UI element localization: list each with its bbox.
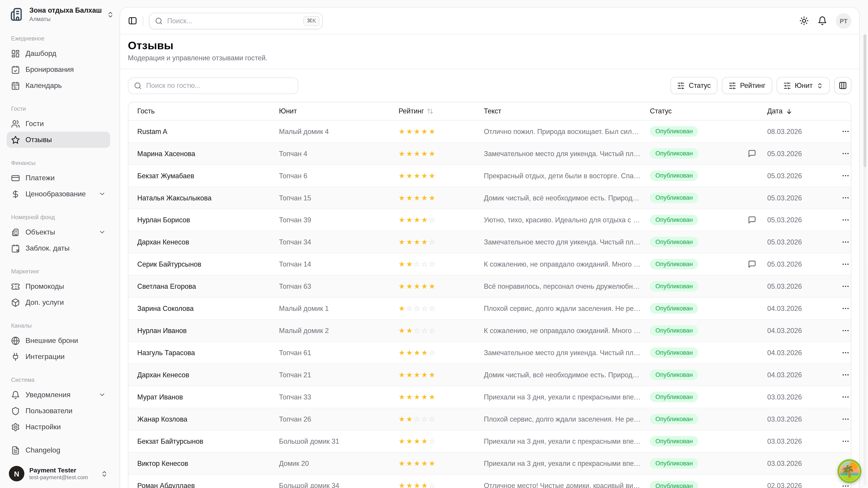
rating-cell: ★★★★★ xyxy=(390,459,475,467)
topbar: ⌘K PT xyxy=(120,8,859,34)
org-switcher[interactable]: Зона отдыха Балхаш Алматы xyxy=(6,5,110,23)
sliders-icon xyxy=(783,82,791,89)
sidebar-item-globe[interactable]: Внешние брони xyxy=(6,332,110,349)
status-badge: Опубликован xyxy=(650,215,698,225)
sidebar-item-shield[interactable]: Пользователи xyxy=(6,403,110,419)
user-menu[interactable]: N Payment Tester test-payment@test.com xyxy=(6,462,110,481)
row-actions-button[interactable] xyxy=(839,302,851,315)
table-row[interactable]: Роман Абдуллаев Большой домик 34 ★★★★☆ О… xyxy=(128,475,851,488)
sidebar-item-bell[interactable]: Уведомления xyxy=(6,387,110,403)
unit-name: Большой домик 34 xyxy=(270,482,390,488)
sidebar-nav: Ежедневное Дашборд Бронирования Календар… xyxy=(6,23,110,435)
sidebar-item-dashboard[interactable]: Дашборд xyxy=(6,45,110,61)
sidebar-item-building[interactable]: Объекты xyxy=(6,224,110,240)
section-label: Финансы xyxy=(6,160,110,166)
sidebar-item-plug[interactable]: Интеграции xyxy=(6,349,110,365)
sidebar-item-label: Платежи xyxy=(26,174,55,182)
row-actions-button[interactable] xyxy=(839,236,851,248)
column-visibility-button[interactable] xyxy=(834,77,851,94)
reviews-table: Гость Юнит Рейтинг Текст Статус Дата xyxy=(128,102,851,488)
package-icon xyxy=(11,298,20,307)
row-actions-button[interactable] xyxy=(839,324,851,337)
row-actions-button[interactable] xyxy=(839,435,851,448)
sidebar-item-package[interactable]: Доп. услуги xyxy=(6,294,110,311)
table-row[interactable]: Светлана Егорова Топчан 63 ★★★★★ Всё пон… xyxy=(128,275,851,298)
sidebar-item-calendar-check[interactable]: Бронирования xyxy=(6,61,110,77)
review-date: 04.03.2026 xyxy=(758,327,830,334)
global-search-input[interactable] xyxy=(167,17,299,25)
notifications-button[interactable] xyxy=(817,16,827,26)
table-row[interactable]: Зарина Соколова Малый домик 1 ★☆☆☆☆ Плох… xyxy=(128,298,851,320)
sidebar-item-star[interactable]: Отзывы xyxy=(6,132,110,148)
rating-stars: ★★★★☆ xyxy=(399,482,436,488)
sidebar-item-credit-card[interactable]: Платежи xyxy=(6,170,110,186)
sidebar-item-users[interactable]: Гости xyxy=(6,116,110,132)
row-actions-button[interactable] xyxy=(839,280,851,293)
sidebar-section: Гости Гости Отзывы xyxy=(6,105,110,148)
table-row[interactable]: Дархан Кенесов Топчан 21 ★★★★★ Домик чис… xyxy=(128,364,851,386)
sidebar-item-dollar[interactable]: Ценообразование xyxy=(6,186,110,202)
actions-cell xyxy=(830,169,851,182)
search-shortcut-kbd: ⌘K xyxy=(304,16,319,26)
sidebar-item-calendar[interactable]: Календарь xyxy=(6,77,110,94)
table-row[interactable]: Наталья Жаксылыкова Топчан 15 ★★★★★ Доми… xyxy=(128,187,851,209)
app-window: Зона отдыха Балхаш Алматы Ежедневное Даш… xyxy=(0,0,868,488)
filter-button-2[interactable]: Юнит xyxy=(776,77,830,94)
status-badge: Опубликован xyxy=(650,170,698,181)
guest-name: Серик Байтурсынов xyxy=(128,260,270,268)
rating-cell: ★★★★☆ xyxy=(390,482,475,488)
table-row[interactable]: Виктор Кенесов Домик 20 ★★★★★ Приехали н… xyxy=(128,453,851,475)
status-cell: Опубликован xyxy=(641,281,735,292)
guest-search-input[interactable] xyxy=(146,82,292,89)
unit-name: Топчан 39 xyxy=(270,216,390,224)
row-actions-button[interactable] xyxy=(839,391,851,403)
table-row[interactable]: Дархан Кенесов Топчан 34 ★★★★☆ Замечател… xyxy=(128,231,851,254)
row-actions-button[interactable] xyxy=(839,125,851,138)
column-header-date[interactable]: Дата xyxy=(758,107,830,115)
column-header-guest[interactable]: Гость xyxy=(128,107,270,115)
calendar-check-icon xyxy=(11,65,20,74)
theme-toggle-button[interactable] xyxy=(799,16,809,26)
guest-search[interactable] xyxy=(128,77,298,94)
table-row[interactable]: Мурат Иванов Топчан 33 ★★★★★ Приехали на… xyxy=(128,386,851,408)
guest-name: Зарина Соколова xyxy=(128,304,270,312)
row-actions-button[interactable] xyxy=(839,346,851,359)
row-actions-button[interactable] xyxy=(839,258,851,270)
table-row[interactable]: Жанар Козлова Топчан 26 ★★☆☆☆ Плохой сер… xyxy=(128,408,851,430)
rating-cell: ★★☆☆☆ xyxy=(390,415,475,423)
status-cell: Опубликован xyxy=(641,259,735,269)
sidebar-item-ticket[interactable]: Промокоды xyxy=(6,278,110,294)
table-row[interactable]: Нурлан Иванов Малый домик 2 ★★☆☆☆ К сожа… xyxy=(128,320,851,342)
global-search[interactable]: ⌘K xyxy=(149,12,323,29)
column-header-unit[interactable]: Юнит xyxy=(270,107,390,115)
table-row[interactable]: Марина Хасенова Топчан 4 ★★★★★ Замечател… xyxy=(128,143,851,165)
filter-button-0[interactable]: Статус xyxy=(671,77,717,94)
row-actions-button[interactable] xyxy=(839,169,851,182)
column-header-status[interactable]: Статус xyxy=(641,107,735,115)
sidebar-item-gear[interactable]: Настройки xyxy=(6,419,110,435)
row-actions-button[interactable] xyxy=(839,368,851,381)
sidebar-item-changelog[interactable]: Changelog xyxy=(6,442,110,458)
column-header-text[interactable]: Текст xyxy=(475,107,641,115)
toolbar: Статус Рейтинг Юнит xyxy=(120,69,859,102)
table-row[interactable]: Нурлан Борисов Топчан 39 ★★★★☆ Уютно, ти… xyxy=(128,209,851,231)
column-header-rating[interactable]: Рейтинг xyxy=(390,107,475,115)
scrollbar-thumb[interactable] xyxy=(864,34,866,167)
filter-button-1[interactable]: Рейтинг xyxy=(722,77,772,94)
table-row[interactable]: Бекзат Байтурсынов Большой домик 31 ★★★★… xyxy=(128,430,851,453)
resort-floating-badge[interactable]: 🌴 xyxy=(837,459,861,483)
window-scrollbar[interactable] xyxy=(864,34,866,485)
guest-name: Нурлан Иванов xyxy=(128,327,270,334)
table-row[interactable]: Rustam A Малый домик 4 ★★★★★ Отлично пож… xyxy=(128,121,851,143)
table-row[interactable]: Серик Байтурсынов Топчан 14 ★★☆☆☆ К сожа… xyxy=(128,254,851,275)
table-row[interactable]: Назгуль Тарасова Топчан 61 ★★★★☆ Замечат… xyxy=(128,342,851,364)
row-actions-button[interactable] xyxy=(839,413,851,425)
row-actions-button[interactable] xyxy=(839,191,851,204)
table-row[interactable]: Бекзат Жумабаев Топчан 6 ★★★★★ Прекрасны… xyxy=(128,165,851,187)
row-actions-button[interactable] xyxy=(839,214,851,226)
row-actions-button[interactable] xyxy=(839,147,851,160)
account-avatar[interactable]: PT xyxy=(836,13,851,29)
table-body: Rustam A Малый домик 4 ★★★★★ Отлично пож… xyxy=(128,121,851,488)
sidebar-item-calendar-x[interactable]: Заблок. даты xyxy=(6,240,110,256)
sidebar-toggle-button[interactable] xyxy=(128,16,137,26)
